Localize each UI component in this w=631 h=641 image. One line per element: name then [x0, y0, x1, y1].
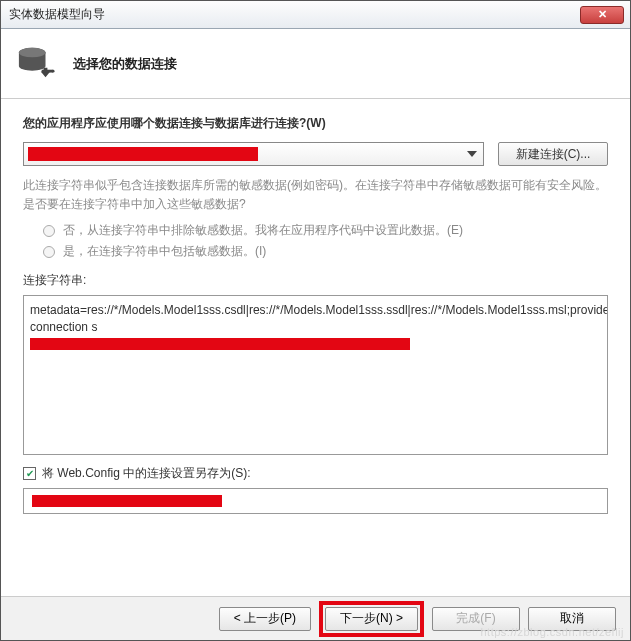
redacted-connection-name	[28, 147, 258, 161]
close-button[interactable]: ✕	[580, 6, 624, 24]
finish-button: 完成(F)	[432, 607, 520, 631]
save-config-label: 将 Web.Config 中的连接设置另存为(S):	[42, 465, 250, 482]
radio-yes-label: 是，在连接字符串中包括敏感数据。(I)	[63, 243, 266, 260]
wizard-header: 选择您的数据连接	[1, 29, 630, 99]
connection-question-label: 您的应用程序应使用哪个数据连接与数据库进行连接?(W)	[23, 115, 608, 132]
window-title: 实体数据模型向导	[9, 6, 580, 23]
page-subtitle: 选择您的数据连接	[73, 55, 177, 73]
close-icon: ✕	[598, 8, 607, 21]
new-connection-button[interactable]: 新建连接(C)...	[498, 142, 608, 166]
dialog-body: 选择您的数据连接 您的应用程序应使用哪个数据连接与数据库进行连接?(W) 新建连…	[1, 29, 630, 640]
connection-select-row: 新建连接(C)...	[23, 142, 608, 166]
save-config-name-input[interactable]	[23, 488, 608, 514]
previous-button[interactable]: < 上一步(P)	[219, 607, 311, 631]
save-config-checkbox[interactable]: ✔	[23, 467, 36, 480]
next-button-highlight: 下一步(N) >	[319, 601, 424, 637]
titlebar: 实体数据模型向导 ✕	[1, 1, 630, 29]
content-area: 您的应用程序应使用哪个数据连接与数据库进行连接?(W) 新建连接(C)... 此…	[1, 99, 630, 514]
radio-icon	[43, 225, 55, 237]
redacted-config-name	[32, 495, 222, 507]
wizard-footer: < 上一步(P) 下一步(N) > 完成(F) 取消	[1, 596, 630, 640]
radio-no-label: 否，从连接字符串中排除敏感数据。我将在应用程序代码中设置此数据。(E)	[63, 222, 463, 239]
connection-string-textbox[interactable]: metadata=res://*/Models.Model1sss.csdl|r…	[23, 295, 608, 455]
connection-string-label: 连接字符串:	[23, 272, 608, 289]
svg-point-3	[52, 69, 55, 72]
cancel-button[interactable]: 取消	[528, 607, 616, 631]
finish-label: 完成(F)	[456, 610, 495, 627]
connection-dropdown[interactable]	[23, 142, 484, 166]
connection-string-value: metadata=res://*/Models.Model1sss.csdl|r…	[30, 303, 608, 334]
radio-include-sensitive: 是，在连接字符串中包括敏感数据。(I)	[43, 243, 608, 260]
previous-label: < 上一步(P)	[234, 610, 296, 627]
sensitive-data-hint: 此连接字符串似乎包含连接数据库所需的敏感数据(例如密码)。在连接字符串中存储敏感…	[23, 176, 608, 214]
new-connection-label: 新建连接(C)...	[516, 146, 591, 163]
database-icon	[17, 45, 55, 83]
cancel-label: 取消	[560, 610, 584, 627]
svg-point-1	[19, 47, 46, 57]
radio-icon	[43, 246, 55, 258]
svg-rect-2	[42, 69, 53, 72]
next-button[interactable]: 下一步(N) >	[325, 607, 418, 631]
next-label: 下一步(N) >	[340, 610, 403, 627]
save-config-row: ✔ 将 Web.Config 中的连接设置另存为(S):	[23, 465, 608, 482]
redacted-connection-string-tail	[30, 338, 410, 350]
radio-exclude-sensitive: 否，从连接字符串中排除敏感数据。我将在应用程序代码中设置此数据。(E)	[43, 222, 608, 239]
